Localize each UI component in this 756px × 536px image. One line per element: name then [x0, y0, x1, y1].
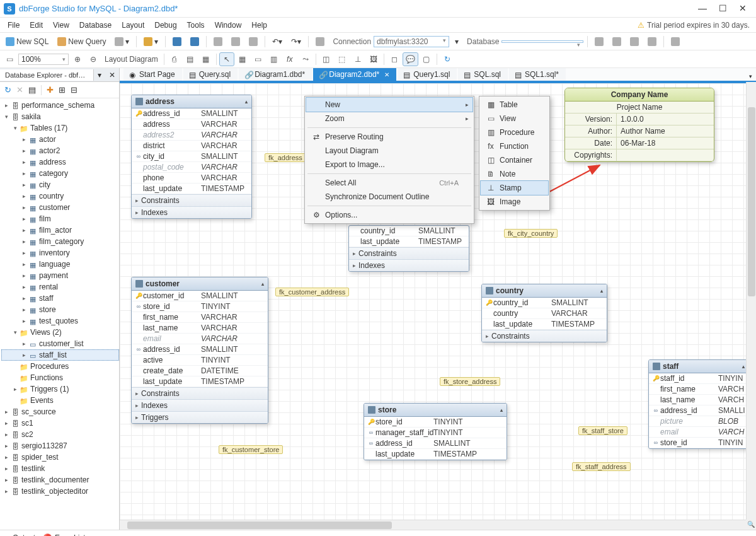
cut-button[interactable]	[210, 35, 226, 48]
menu-item[interactable]: ⚙Options...	[306, 208, 472, 222]
entity-header[interactable]: store▴	[364, 404, 507, 417]
refresh-button[interactable]: ↻	[440, 53, 454, 66]
export-button[interactable]: ▦	[199, 53, 213, 66]
redo-button[interactable]: ↷▾	[288, 35, 304, 48]
tree-node[interactable]: ▾📁Tables (17)	[1, 122, 119, 134]
db-explorer-close[interactable]: ✕	[105, 69, 119, 81]
paste-button[interactable]	[246, 35, 261, 48]
menu-item[interactable]: Select AllCtrl+A	[306, 176, 472, 190]
undo-button[interactable]: ↶▾	[269, 35, 285, 48]
menu-window[interactable]: Window	[210, 19, 247, 32]
image-tool[interactable]: 🖼	[367, 53, 381, 66]
entity-store[interactable]: store▴🔑store_idTINYINT∞manager_staff_idT…	[364, 403, 507, 460]
tree-node[interactable]: ▸▦test_quotes	[1, 315, 119, 327]
output-button[interactable]: ➦Output	[4, 533, 35, 537]
tree-node[interactable]: ▸🗄testlink_objecteditor	[1, 486, 119, 497]
tree-node[interactable]: ▸▦payment	[1, 270, 119, 281]
menu-item[interactable]: ▭View	[481, 112, 548, 125]
menu-file[interactable]: File	[3, 19, 25, 32]
menu-item[interactable]: Layout Diagram	[306, 144, 472, 158]
tree-node[interactable]: 📁Events	[1, 395, 119, 406]
doc-tab[interactable]: ▤Query.sql	[183, 68, 238, 81]
minimize-button[interactable]: —	[693, 2, 712, 16]
diagram-stamp[interactable]: Company Name Project Name Version:1.0.0.…	[564, 88, 714, 162]
tree-node[interactable]: ▸▦film_category	[1, 236, 119, 247]
container-tool[interactable]: ◫	[319, 53, 333, 66]
menu-item[interactable]: ◫Container	[481, 153, 548, 167]
entity-section[interactable]: Indexes	[349, 259, 469, 271]
doc-tab[interactable]: ▤Query1.sql	[398, 68, 457, 81]
tree-node[interactable]: ▸🗄testlink	[1, 463, 119, 474]
entity-column[interactable]: phoneVARCHAR	[132, 173, 251, 184]
entity-header[interactable]: address▴	[132, 95, 251, 108]
doc-tab[interactable]: ▤SQL1.sql*	[509, 68, 566, 81]
entity-section[interactable]: Triggers	[132, 411, 268, 423]
new-doc-dropdown[interactable]: ▾	[112, 35, 132, 48]
entity-section[interactable]: Constraints	[349, 247, 469, 259]
menu-help[interactable]: Help	[246, 19, 272, 32]
menu-item[interactable]: New▸	[306, 98, 472, 112]
doc-tab[interactable]: 🔗Diagram2.dbd*✕	[313, 68, 396, 81]
entity-header[interactable]: staff▴	[649, 360, 746, 373]
entity-column[interactable]: first_nameVARCHAR	[132, 312, 268, 323]
tb-extra3[interactable]	[627, 35, 642, 48]
open-button[interactable]: ▾	[140, 35, 161, 48]
label-tool[interactable]: ▢	[420, 53, 433, 66]
vertical-scrollbar[interactable]	[746, 82, 756, 520]
tree-btn[interactable]: ▤	[26, 84, 38, 96]
menu-item[interactable]: ▦Table	[481, 98, 548, 112]
entity-column[interactable]: ∞manager_staff_idTINYINT	[364, 428, 507, 438]
entity-column[interactable]: last_updateTIMESTAMP	[482, 319, 607, 330]
new-proc-tool[interactable]: ▥	[267, 53, 281, 66]
tree-node[interactable]: ▸▦film	[1, 213, 119, 224]
entity-header[interactable]: customer▴	[132, 277, 268, 291]
entity-column[interactable]: ∞address_idSMALLINT	[132, 344, 268, 355]
db-explorer-tab[interactable]: Database Explorer - dbfmyl…	[0, 69, 94, 81]
tree-node[interactable]: ▸▦language	[1, 259, 119, 270]
tree-node[interactable]: ▸▦film_actor	[1, 224, 119, 236]
tb-extra1[interactable]	[592, 35, 607, 48]
menu-item[interactable]: Export to Image...	[306, 158, 472, 172]
entity-column[interactable]: 🔑country_idSMALLINT	[482, 298, 607, 308]
tree-node[interactable]: ▸🗄spider_test	[1, 452, 119, 463]
tree-node[interactable]: ▸▦city	[1, 179, 119, 190]
menu-database[interactable]: Database	[74, 19, 117, 32]
entity-section[interactable]: Constraints	[482, 330, 607, 342]
print-preview-button[interactable]: ▤	[183, 53, 197, 66]
entity-column[interactable]: districtVARCHAR	[132, 141, 251, 151]
entity-column[interactable]: last_updateTIMESTAMP	[364, 449, 507, 460]
db-tree[interactable]: ▸🗄performance_schema▾🗄sakila▾📁Tables (17…	[0, 98, 119, 530]
entity-section[interactable]: Constraints	[132, 194, 251, 206]
tree-node[interactable]: ▸▭customer_list	[1, 338, 119, 349]
menu-item[interactable]: Zoom▸	[306, 112, 472, 125]
entity-column[interactable]: activeTINYINT	[132, 355, 268, 366]
entity-section[interactable]: Constraints	[132, 387, 268, 399]
entity-column[interactable]: ∞store_idTINYINT	[132, 301, 268, 312]
entity-customer[interactable]: customer▴🔑customer_idSMALLINT∞store_idTI…	[131, 277, 268, 424]
tree-node[interactable]: ▸▦store	[1, 304, 119, 315]
menu-item[interactable]: 🗎Note	[481, 167, 548, 181]
menu-item[interactable]: fxFunction	[481, 139, 548, 153]
menu-item[interactable]: ▥Procedure	[481, 125, 548, 139]
new-func-tool[interactable]: fx	[283, 53, 297, 66]
entity-section[interactable]: Indexes	[132, 206, 251, 218]
tree-node[interactable]: ▸🗄sergio113287	[1, 440, 119, 452]
fit-button[interactable]: ▭	[3, 53, 16, 66]
copy-button[interactable]	[228, 35, 243, 48]
stamp-tool[interactable]: ⊥	[351, 53, 365, 66]
tb-extra5[interactable]	[668, 35, 683, 48]
entity-column[interactable]: first_nameVARCH	[649, 384, 746, 395]
tree-node[interactable]: ▸▦inventory	[1, 247, 119, 259]
zoom-combo[interactable]: 100%▾	[18, 54, 69, 65]
entity-column[interactable]: 🔑address_idSMALLINT	[132, 108, 251, 119]
save-button[interactable]	[169, 35, 185, 48]
new-sql-button[interactable]: New SQL	[3, 35, 52, 48]
comment-tool[interactable]: 💬	[403, 53, 418, 66]
tree-node[interactable]: ▸🗄sc_source	[1, 406, 119, 417]
tree-node[interactable]: ▾🗄sakila	[1, 111, 119, 122]
tree-node[interactable]: ▸▦actor	[1, 134, 119, 145]
entity-section[interactable]: Indexes	[132, 399, 268, 411]
error-list-button[interactable]: ⛔Error List	[43, 533, 86, 537]
entity-column[interactable]: postal_codeVARCHAR	[132, 162, 251, 173]
menu-item[interactable]: ⊥Stamp	[481, 181, 548, 195]
